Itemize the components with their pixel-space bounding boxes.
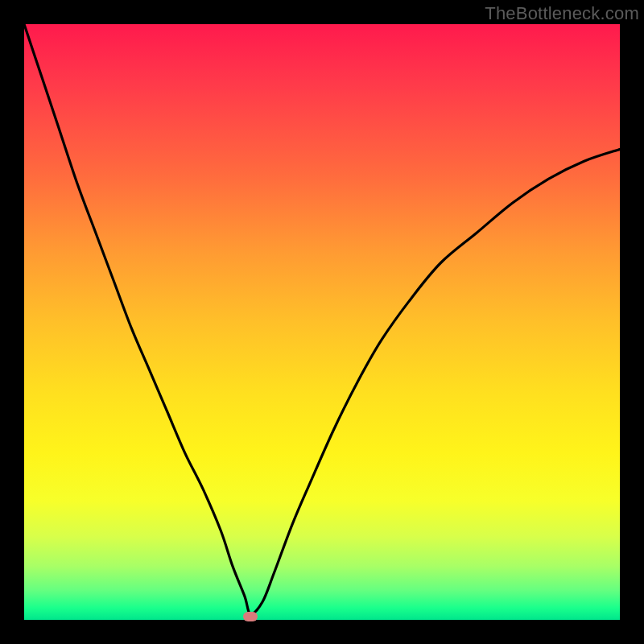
chart-frame bbox=[24, 24, 620, 620]
minimum-marker bbox=[243, 612, 258, 621]
watermark-text: TheBottleneck.com bbox=[485, 3, 639, 24]
bottleneck-curve bbox=[24, 24, 620, 620]
